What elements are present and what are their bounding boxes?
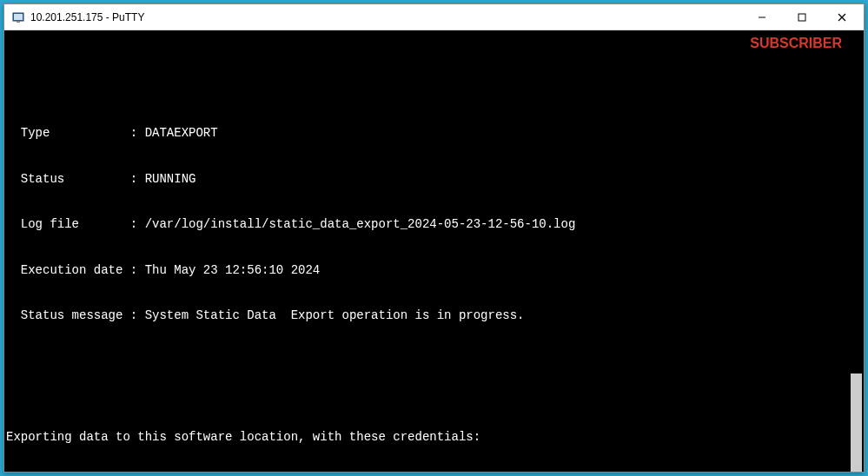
terminal-area[interactable]: SUBSCRIBER Type : DATAEXPORT Status : RU… [4, 30, 864, 472]
export-header: Exporting data to this software location… [6, 430, 862, 446]
putty-app-icon [11, 10, 25, 24]
status-label: Status : [6, 172, 145, 186]
minimize-button[interactable] [742, 5, 782, 30]
putty-window: 10.201.251.175 - PuTTY SUBSCRIBER Type :… [3, 3, 865, 473]
type-label: Type : [6, 126, 145, 140]
svg-rect-2 [17, 21, 20, 23]
scrollbar-thumb[interactable] [851, 374, 862, 472]
svg-rect-4 [798, 14, 805, 21]
svg-rect-1 [14, 14, 23, 20]
statusmsg-value: System Static Data Export operation is i… [145, 308, 525, 322]
type-value: DATAEXPORT [145, 126, 218, 140]
titlebar[interactable]: 10.201.251.175 - PuTTY [4, 4, 864, 30]
log-label: Log file : [6, 217, 145, 231]
window-controls [742, 5, 862, 30]
status-value: RUNNING [145, 172, 196, 186]
close-button[interactable] [822, 5, 862, 30]
execdate-value: Thu May 23 12:56:10 2024 [145, 263, 321, 277]
subscriber-overlay: SUBSCRIBER [750, 36, 842, 51]
maximize-button[interactable] [782, 5, 822, 30]
window-title: 10.201.251.175 - PuTTY [30, 11, 742, 23]
statusmsg-label: Status message : [6, 308, 145, 322]
execdate-label: Execution date : [6, 263, 145, 277]
log-value: /var/log/install/static_data_export_2024… [145, 217, 576, 231]
